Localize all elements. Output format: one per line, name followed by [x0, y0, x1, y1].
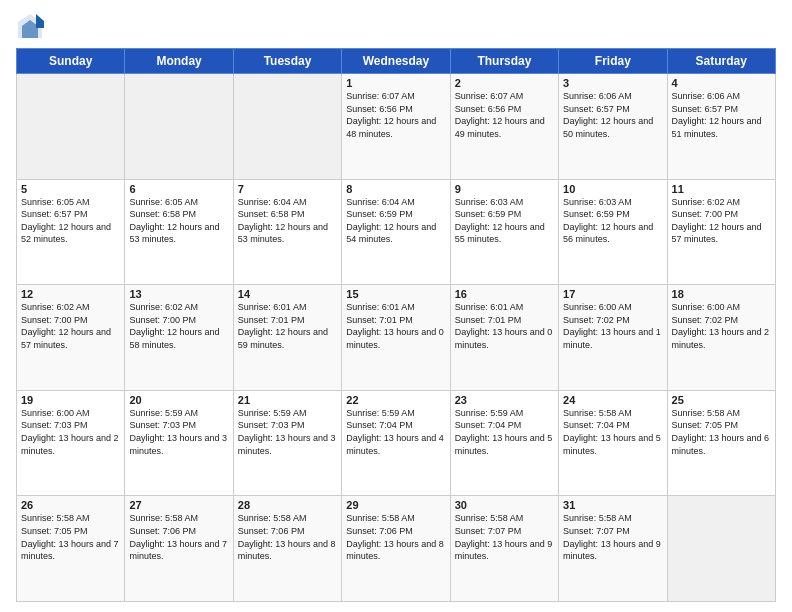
day-number: 17: [563, 288, 662, 300]
day-header-thursday: Thursday: [450, 49, 558, 74]
day-cell: 14Sunrise: 6:01 AMSunset: 7:01 PMDayligh…: [233, 285, 341, 391]
day-header-wednesday: Wednesday: [342, 49, 450, 74]
day-number: 3: [563, 77, 662, 89]
day-info: Sunrise: 6:06 AMSunset: 6:57 PMDaylight:…: [563, 90, 662, 140]
day-cell: 6Sunrise: 6:05 AMSunset: 6:58 PMDaylight…: [125, 179, 233, 285]
day-info: Sunrise: 5:58 AMSunset: 7:07 PMDaylight:…: [563, 512, 662, 562]
day-info: Sunrise: 5:58 AMSunset: 7:04 PMDaylight:…: [563, 407, 662, 457]
calendar-table: SundayMondayTuesdayWednesdayThursdayFrid…: [16, 48, 776, 602]
calendar-body: 1Sunrise: 6:07 AMSunset: 6:56 PMDaylight…: [17, 74, 776, 602]
day-number: 24: [563, 394, 662, 406]
day-number: 1: [346, 77, 445, 89]
day-number: 6: [129, 183, 228, 195]
day-cell: 12Sunrise: 6:02 AMSunset: 7:00 PMDayligh…: [17, 285, 125, 391]
day-info: Sunrise: 5:58 AMSunset: 7:06 PMDaylight:…: [346, 512, 445, 562]
day-cell: 27Sunrise: 5:58 AMSunset: 7:06 PMDayligh…: [125, 496, 233, 602]
day-cell: 7Sunrise: 6:04 AMSunset: 6:58 PMDaylight…: [233, 179, 341, 285]
day-number: 29: [346, 499, 445, 511]
days-of-week-row: SundayMondayTuesdayWednesdayThursdayFrid…: [17, 49, 776, 74]
day-cell: 29Sunrise: 5:58 AMSunset: 7:06 PMDayligh…: [342, 496, 450, 602]
day-info: Sunrise: 6:01 AMSunset: 7:01 PMDaylight:…: [238, 301, 337, 351]
day-number: 30: [455, 499, 554, 511]
day-cell: 25Sunrise: 5:58 AMSunset: 7:05 PMDayligh…: [667, 390, 775, 496]
day-cell: 31Sunrise: 5:58 AMSunset: 7:07 PMDayligh…: [559, 496, 667, 602]
day-number: 22: [346, 394, 445, 406]
day-info: Sunrise: 6:00 AMSunset: 7:03 PMDaylight:…: [21, 407, 120, 457]
day-cell: [667, 496, 775, 602]
day-cell: [233, 74, 341, 180]
day-info: Sunrise: 5:58 AMSunset: 7:06 PMDaylight:…: [129, 512, 228, 562]
day-info: Sunrise: 6:00 AMSunset: 7:02 PMDaylight:…: [672, 301, 771, 351]
header: [16, 12, 776, 40]
day-cell: 19Sunrise: 6:00 AMSunset: 7:03 PMDayligh…: [17, 390, 125, 496]
day-cell: 10Sunrise: 6:03 AMSunset: 6:59 PMDayligh…: [559, 179, 667, 285]
day-number: 15: [346, 288, 445, 300]
day-number: 31: [563, 499, 662, 511]
day-cell: 9Sunrise: 6:03 AMSunset: 6:59 PMDaylight…: [450, 179, 558, 285]
day-number: 8: [346, 183, 445, 195]
week-row-2: 5Sunrise: 6:05 AMSunset: 6:57 PMDaylight…: [17, 179, 776, 285]
day-cell: 5Sunrise: 6:05 AMSunset: 6:57 PMDaylight…: [17, 179, 125, 285]
week-row-1: 1Sunrise: 6:07 AMSunset: 6:56 PMDaylight…: [17, 74, 776, 180]
logo: [16, 12, 48, 40]
day-cell: 2Sunrise: 6:07 AMSunset: 6:56 PMDaylight…: [450, 74, 558, 180]
day-number: 9: [455, 183, 554, 195]
week-row-3: 12Sunrise: 6:02 AMSunset: 7:00 PMDayligh…: [17, 285, 776, 391]
day-info: Sunrise: 6:07 AMSunset: 6:56 PMDaylight:…: [346, 90, 445, 140]
day-number: 26: [21, 499, 120, 511]
day-number: 21: [238, 394, 337, 406]
day-cell: 11Sunrise: 6:02 AMSunset: 7:00 PMDayligh…: [667, 179, 775, 285]
week-row-5: 26Sunrise: 5:58 AMSunset: 7:05 PMDayligh…: [17, 496, 776, 602]
day-cell: 21Sunrise: 5:59 AMSunset: 7:03 PMDayligh…: [233, 390, 341, 496]
day-cell: 24Sunrise: 5:58 AMSunset: 7:04 PMDayligh…: [559, 390, 667, 496]
day-cell: 28Sunrise: 5:58 AMSunset: 7:06 PMDayligh…: [233, 496, 341, 602]
day-info: Sunrise: 6:07 AMSunset: 6:56 PMDaylight:…: [455, 90, 554, 140]
day-info: Sunrise: 5:58 AMSunset: 7:05 PMDaylight:…: [21, 512, 120, 562]
day-number: 7: [238, 183, 337, 195]
day-cell: 3Sunrise: 6:06 AMSunset: 6:57 PMDaylight…: [559, 74, 667, 180]
day-info: Sunrise: 6:05 AMSunset: 6:57 PMDaylight:…: [21, 196, 120, 246]
week-row-4: 19Sunrise: 6:00 AMSunset: 7:03 PMDayligh…: [17, 390, 776, 496]
day-number: 25: [672, 394, 771, 406]
day-info: Sunrise: 6:06 AMSunset: 6:57 PMDaylight:…: [672, 90, 771, 140]
day-number: 16: [455, 288, 554, 300]
calendar-header: SundayMondayTuesdayWednesdayThursdayFrid…: [17, 49, 776, 74]
day-cell: [125, 74, 233, 180]
day-number: 10: [563, 183, 662, 195]
day-number: 13: [129, 288, 228, 300]
day-header-friday: Friday: [559, 49, 667, 74]
day-header-tuesday: Tuesday: [233, 49, 341, 74]
day-number: 27: [129, 499, 228, 511]
day-number: 23: [455, 394, 554, 406]
day-number: 5: [21, 183, 120, 195]
day-cell: 23Sunrise: 5:59 AMSunset: 7:04 PMDayligh…: [450, 390, 558, 496]
day-cell: 8Sunrise: 6:04 AMSunset: 6:59 PMDaylight…: [342, 179, 450, 285]
day-info: Sunrise: 6:05 AMSunset: 6:58 PMDaylight:…: [129, 196, 228, 246]
day-cell: 15Sunrise: 6:01 AMSunset: 7:01 PMDayligh…: [342, 285, 450, 391]
day-info: Sunrise: 5:59 AMSunset: 7:03 PMDaylight:…: [129, 407, 228, 457]
day-info: Sunrise: 6:02 AMSunset: 7:00 PMDaylight:…: [672, 196, 771, 246]
day-info: Sunrise: 5:59 AMSunset: 7:04 PMDaylight:…: [455, 407, 554, 457]
day-number: 19: [21, 394, 120, 406]
day-number: 4: [672, 77, 771, 89]
day-info: Sunrise: 6:04 AMSunset: 6:58 PMDaylight:…: [238, 196, 337, 246]
day-header-sunday: Sunday: [17, 49, 125, 74]
day-cell: [17, 74, 125, 180]
day-info: Sunrise: 6:01 AMSunset: 7:01 PMDaylight:…: [455, 301, 554, 351]
day-header-monday: Monday: [125, 49, 233, 74]
day-cell: 16Sunrise: 6:01 AMSunset: 7:01 PMDayligh…: [450, 285, 558, 391]
day-number: 12: [21, 288, 120, 300]
day-info: Sunrise: 6:03 AMSunset: 6:59 PMDaylight:…: [563, 196, 662, 246]
logo-icon: [16, 12, 44, 40]
day-info: Sunrise: 6:03 AMSunset: 6:59 PMDaylight:…: [455, 196, 554, 246]
day-number: 28: [238, 499, 337, 511]
day-info: Sunrise: 6:00 AMSunset: 7:02 PMDaylight:…: [563, 301, 662, 351]
day-info: Sunrise: 6:02 AMSunset: 7:00 PMDaylight:…: [129, 301, 228, 351]
day-cell: 13Sunrise: 6:02 AMSunset: 7:00 PMDayligh…: [125, 285, 233, 391]
day-number: 14: [238, 288, 337, 300]
day-cell: 26Sunrise: 5:58 AMSunset: 7:05 PMDayligh…: [17, 496, 125, 602]
day-info: Sunrise: 5:58 AMSunset: 7:07 PMDaylight:…: [455, 512, 554, 562]
day-info: Sunrise: 6:04 AMSunset: 6:59 PMDaylight:…: [346, 196, 445, 246]
day-cell: 30Sunrise: 5:58 AMSunset: 7:07 PMDayligh…: [450, 496, 558, 602]
day-cell: 18Sunrise: 6:00 AMSunset: 7:02 PMDayligh…: [667, 285, 775, 391]
